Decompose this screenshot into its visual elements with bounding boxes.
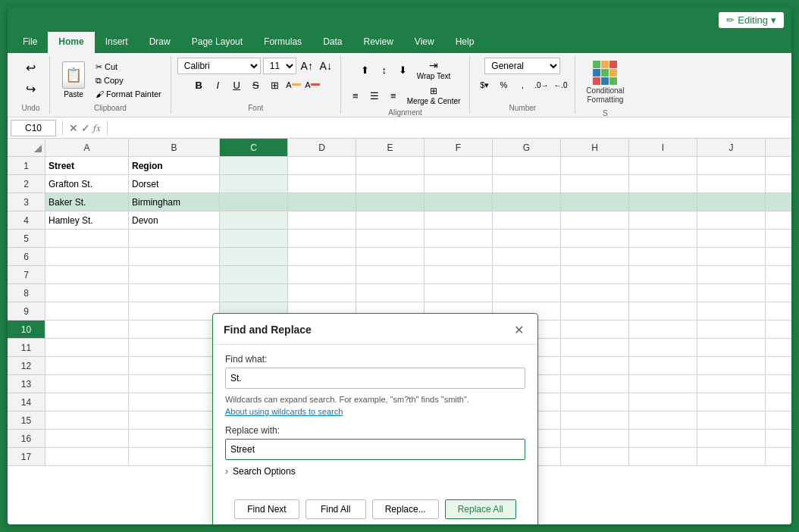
wildcards-link[interactable]: About using wildcards to search	[225, 407, 525, 416]
comma-button[interactable]: ,	[514, 77, 531, 93]
formula-input[interactable]	[114, 123, 788, 133]
cell-i1[interactable]	[629, 157, 697, 175]
cell-h10[interactable]	[561, 321, 629, 339]
increase-font-button[interactable]: A↑	[299, 58, 315, 74]
col-header-f[interactable]: F	[425, 139, 493, 157]
cell-g5[interactable]	[493, 230, 561, 248]
row-header-10[interactable]: 10	[8, 321, 45, 339]
cell-k4[interactable]	[766, 211, 791, 230]
tab-review[interactable]: Review	[352, 32, 403, 53]
row-header-11[interactable]: 11	[8, 339, 45, 357]
cell-a5[interactable]	[45, 230, 129, 248]
cell-j2[interactable]	[697, 175, 766, 193]
cell-d4[interactable]	[288, 211, 356, 230]
italic-button[interactable]: I	[209, 77, 226, 93]
font-name-select[interactable]: Calibri	[177, 58, 261, 74]
cell-b7[interactable]	[129, 266, 220, 284]
cell-g3[interactable]	[493, 193, 561, 211]
cell-g8[interactable]	[493, 284, 561, 302]
cell-h5[interactable]	[561, 230, 629, 248]
row-header-15[interactable]: 15	[8, 412, 45, 430]
cell-d7[interactable]	[288, 266, 356, 284]
cell-j3[interactable]	[697, 193, 766, 211]
cell-i7[interactable]	[629, 266, 697, 284]
cell-d3[interactable]	[288, 193, 356, 211]
cell-k3[interactable]	[766, 193, 791, 211]
editing-button[interactable]: ✏ Editing ▾	[719, 12, 784, 28]
tab-help[interactable]: Help	[445, 32, 485, 53]
align-top-button[interactable]: ⬆	[357, 61, 374, 78]
replace-with-input[interactable]	[225, 439, 525, 460]
col-header-d[interactable]: D	[288, 139, 356, 157]
cell-a6[interactable]	[45, 248, 129, 266]
row-header-13[interactable]: 13	[8, 375, 45, 393]
row-header-14[interactable]: 14	[8, 393, 45, 412]
cell-i8[interactable]	[629, 284, 697, 302]
cell-k7[interactable]	[766, 266, 791, 284]
tab-page-layout[interactable]: Page Layout	[181, 32, 253, 53]
cell-k2[interactable]	[766, 175, 791, 193]
cell-b1[interactable]: Region	[129, 157, 220, 175]
align-bottom-button[interactable]: ⬇	[395, 61, 412, 78]
cell-k5[interactable]	[766, 230, 791, 248]
cell-g4[interactable]	[493, 211, 561, 230]
cancel-formula-icon[interactable]: ✕	[69, 122, 78, 134]
cell-k6[interactable]	[766, 248, 791, 266]
cell-g2[interactable]	[493, 175, 561, 193]
cell-f1[interactable]	[425, 157, 493, 175]
row-header-6[interactable]: 6	[8, 248, 45, 266]
cell-j8[interactable]	[697, 284, 766, 302]
cell-h7[interactable]	[561, 266, 629, 284]
increase-decimal-button[interactable]: .0→	[533, 77, 550, 93]
cell-b8[interactable]	[129, 284, 220, 302]
row-header-1[interactable]: 1	[8, 157, 45, 175]
tab-draw[interactable]: Draw	[139, 32, 181, 53]
row-header-8[interactable]: 8	[8, 284, 45, 302]
cell-c3[interactable]	[220, 193, 288, 211]
row-header-4[interactable]: 4	[8, 211, 45, 230]
find-next-button[interactable]: Find Next	[234, 499, 299, 519]
number-format-select[interactable]: General	[484, 58, 560, 74]
tab-home[interactable]: Home	[48, 32, 94, 53]
find-what-input[interactable]	[225, 368, 525, 389]
col-header-c[interactable]: C	[220, 139, 288, 157]
currency-button[interactable]: $▾	[476, 77, 493, 93]
cell-d6[interactable]	[288, 248, 356, 266]
cell-b2[interactable]: Dorset	[129, 175, 220, 193]
row-header-12[interactable]: 12	[8, 357, 45, 375]
col-header-h[interactable]: H	[561, 139, 629, 157]
cell-a7[interactable]	[45, 266, 129, 284]
col-header-k[interactable]: K	[766, 139, 791, 157]
align-center-button[interactable]: ☰	[366, 87, 383, 104]
merge-center-button[interactable]: ⊞ Merge & Center	[404, 84, 464, 107]
row-header-7[interactable]: 7	[8, 266, 45, 284]
cell-a3[interactable]: Baker St.	[45, 193, 129, 211]
cell-g1[interactable]	[493, 157, 561, 175]
wrap-text-button[interactable]: ⇥ Wrap Text	[414, 58, 454, 82]
cell-a2[interactable]: Grafton St.	[45, 175, 129, 193]
row-header-16[interactable]: 16	[8, 430, 45, 448]
cell-j4[interactable]	[697, 211, 766, 230]
row-header-2[interactable]: 2	[8, 175, 45, 193]
cell-k9[interactable]	[766, 302, 791, 321]
cell-j5[interactable]	[697, 230, 766, 248]
cell-c6[interactable]	[220, 248, 288, 266]
cell-f3[interactable]	[425, 193, 493, 211]
align-left-button[interactable]: ≡	[347, 87, 364, 104]
row-header-17[interactable]: 17	[8, 448, 45, 466]
cell-a4[interactable]: Hamley St.	[45, 211, 129, 230]
confirm-formula-icon[interactable]: ✓	[81, 122, 90, 134]
cell-j10[interactable]	[697, 321, 766, 339]
fill-color-button[interactable]: A	[285, 77, 302, 93]
find-all-button[interactable]: Find All	[306, 499, 366, 519]
undo-button[interactable]: ↩	[21, 58, 41, 77]
cell-a10[interactable]	[45, 321, 129, 339]
cell-c2[interactable]	[220, 175, 288, 193]
cell-f4[interactable]	[425, 211, 493, 230]
cell-i10[interactable]	[629, 321, 697, 339]
search-options-section[interactable]: › Search Options	[225, 466, 525, 477]
cell-b4[interactable]: Devon	[129, 211, 220, 230]
cell-d2[interactable]	[288, 175, 356, 193]
cell-i3[interactable]	[629, 193, 697, 211]
cell-j9[interactable]	[697, 302, 766, 321]
